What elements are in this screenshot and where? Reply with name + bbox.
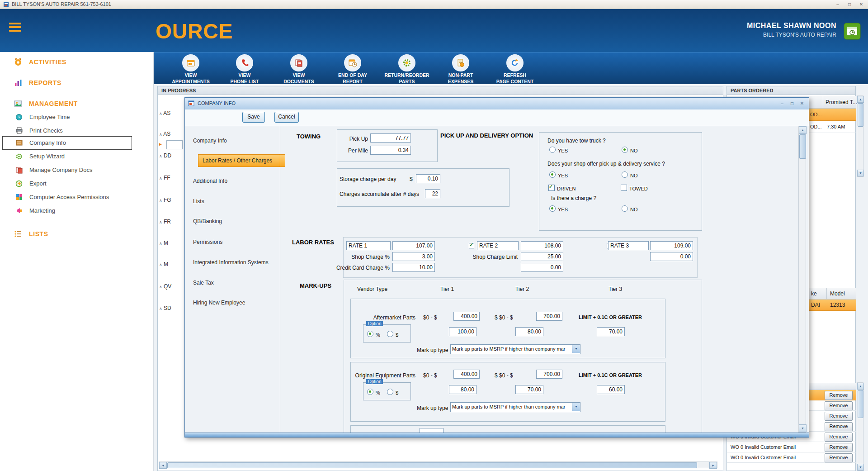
chevron-up-icon[interactable]: ∧ — [159, 306, 162, 311]
timeclock-icon[interactable] — [844, 23, 861, 41]
refresh-page-content-button[interactable]: REFRESH PAGE CONTENT — [487, 54, 542, 84]
remove-button[interactable]: Remove — [825, 391, 853, 400]
dialog-nav-company-info[interactable]: Company Info — [193, 138, 227, 144]
dialog-nav-additional-info[interactable]: Additional Info — [193, 178, 227, 184]
scroll-up-icon[interactable]: ▲ — [857, 96, 864, 103]
remove-button[interactable]: Remove — [825, 443, 853, 452]
end-of-day-report-button[interactable]: END OF DAY REPORT — [325, 54, 380, 84]
sidebar-item-setup-wizard[interactable]: Setup Wizard — [15, 152, 65, 162]
shop-charge-input[interactable] — [392, 252, 435, 261]
chevron-up-icon[interactable]: ∧ — [159, 198, 162, 203]
dialog-close-icon[interactable]: ✕ — [797, 100, 807, 107]
dialog-nav-sale-tax[interactable]: Sale Tax — [193, 280, 214, 286]
hamburger-menu-icon[interactable] — [9, 21, 21, 33]
remove-button[interactable]: Remove — [825, 453, 853, 462]
shop-charge-limit-input[interactable] — [521, 252, 563, 261]
email-list-scrollbar[interactable]: ▲ ▼ — [857, 382, 863, 471]
remove-button[interactable]: Remove — [825, 401, 853, 410]
window-maximize-icon[interactable]: □ — [844, 1, 855, 8]
dialog-horizontal-scrollbar[interactable] — [185, 433, 809, 437]
combo-arrow-icon[interactable]: ▼ — [572, 345, 580, 353]
dialog-nav-lists[interactable]: Lists — [193, 198, 204, 205]
chevron-up-icon[interactable]: ∧ — [159, 111, 162, 116]
view-phone-list-button[interactable]: VIEW PHONE LIST — [217, 54, 272, 84]
scroll-thumb[interactable] — [858, 103, 863, 127]
scroll-up-icon[interactable]: ▲ — [799, 126, 807, 134]
aftermarket-tier3-markup-input[interactable] — [597, 327, 625, 336]
next-group-input[interactable] — [420, 428, 443, 433]
sidebar-item-activities[interactable]: ACTIVITIES — [14, 57, 66, 68]
row-group-ff[interactable]: ∧ FF — [159, 175, 170, 181]
scroll-right-icon[interactable]: ► — [709, 462, 717, 469]
sidebar-item-print-checks[interactable]: Print Checks — [15, 127, 63, 136]
scroll-thumb[interactable] — [858, 390, 863, 418]
chevron-up-icon[interactable]: ∧ — [159, 154, 162, 158]
aftermarket-tier2-max-input[interactable] — [536, 312, 562, 321]
charge-yes-radio[interactable]: YES — [549, 205, 568, 212]
chevron-up-icon[interactable]: ∧ — [159, 132, 162, 137]
chevron-up-icon[interactable]: ∧ — [159, 285, 162, 289]
oem-tier1-max-input[interactable] — [453, 370, 480, 379]
tow-truck-no-radio[interactable]: NO — [622, 147, 638, 153]
row-group-qv[interactable]: ∧ QV — [159, 283, 171, 290]
dialog-nav-labor-rates[interactable]: Labor Rates / Other Charges — [198, 154, 285, 167]
sidebar-item-manage-company-docs[interactable]: Manage Company Docs — [15, 166, 92, 175]
dialog-nav-hiring-new-employee[interactable]: Hiring New Employee — [193, 300, 245, 306]
oem-tier1-markup-input[interactable] — [449, 385, 476, 394]
oem-dollar-radio[interactable]: $ — [387, 389, 398, 395]
pickup-service-no-radio[interactable]: NO — [622, 171, 638, 178]
oem-markup-type-select[interactable]: Mark up parts to MSRP if higher than com… — [450, 402, 580, 412]
sidebar-item-export[interactable]: Export — [15, 180, 47, 189]
dialog-scrollbar[interactable]: ▲ ▼ — [798, 126, 806, 433]
scroll-down-icon[interactable]: ▼ — [857, 464, 864, 471]
tow-truck-yes-radio[interactable]: YES — [549, 147, 568, 153]
rate2-value-input[interactable] — [521, 241, 563, 250]
rate3-extra-input[interactable] — [650, 252, 693, 261]
aftermarket-percent-radio[interactable]: % — [367, 331, 380, 338]
combo-arrow-icon[interactable]: ▼ — [572, 403, 580, 411]
rate2-checkbox[interactable]: ✓ — [469, 243, 474, 248]
chevron-up-icon[interactable]: ∧ — [159, 241, 162, 246]
parts-scrollbar[interactable]: ▲ ▼ — [857, 95, 863, 177]
charge-no-radio[interactable]: NO — [622, 205, 638, 212]
oem-tier2-markup-input[interactable] — [515, 385, 543, 394]
scroll-up-icon[interactable]: ▲ — [857, 383, 864, 390]
sidebar-item-lists[interactable]: LISTS — [14, 229, 48, 240]
dialog-nav-permissions[interactable]: Permissions — [193, 239, 222, 245]
rate1-value-input[interactable] — [392, 241, 435, 250]
driven-checkbox[interactable]: ✓DRIVEN — [548, 185, 576, 191]
accumulate-days-input[interactable] — [425, 189, 440, 198]
scroll-thumb[interactable] — [799, 134, 806, 159]
non-part-expenses-button[interactable]: NON-PART EXPENSES — [433, 54, 488, 84]
scroll-thumb[interactable] — [167, 462, 697, 468]
oem-tier2-max-input[interactable] — [536, 370, 562, 379]
email-row[interactable]: WO 0 Invalid Customer Email Remove — [727, 442, 856, 452]
sidebar-item-marketing[interactable]: Marketing — [15, 207, 55, 216]
rate1-name-input[interactable] — [346, 241, 391, 250]
dialog-maximize-icon[interactable]: □ — [787, 100, 797, 107]
sidebar-item-management[interactable]: MANAGEMENT — [14, 99, 78, 109]
credit-card-extra-input[interactable] — [521, 263, 563, 272]
aftermarket-tier1-max-input[interactable] — [453, 312, 480, 321]
row-group-fr[interactable]: ∧ FR — [159, 219, 171, 225]
dialog-titlebar[interactable]: COMPANY INFO – □ ✕ — [185, 98, 809, 110]
dialog-nav-integrated-information-systems[interactable]: Integrated Information Systems — [193, 259, 269, 266]
row-group-m2[interactable]: ∧ M — [159, 261, 168, 267]
row-group-as2[interactable]: ∧ AS — [159, 131, 170, 137]
promised-column-header[interactable]: Promised T... — [826, 99, 857, 105]
row-group-sd[interactable]: ∧ SD — [159, 305, 171, 311]
model-column-header[interactable]: Model — [830, 290, 845, 297]
per-mile-input[interactable] — [370, 146, 411, 155]
view-appointments-button[interactable]: VIEW APPOINTMENTS — [163, 54, 218, 84]
rate3-value-input[interactable] — [650, 241, 693, 250]
row-edit-cell[interactable] — [166, 140, 183, 149]
dialog-minimize-icon[interactable]: – — [777, 100, 787, 107]
towed-checkbox[interactable]: TOWED — [621, 185, 648, 191]
view-documents-button[interactable]: VIEW DOCUMENTS — [271, 54, 326, 84]
window-close-icon[interactable]: ✕ — [855, 1, 867, 8]
row-group-m1[interactable]: ∧ M — [159, 240, 168, 246]
sidebar-item-employee-time[interactable]: Employee Time — [15, 113, 70, 122]
chevron-up-icon[interactable]: ∧ — [159, 220, 162, 224]
aftermarket-markup-type-select[interactable]: Mark up parts to MSRP if higher than com… — [450, 344, 580, 354]
return-reorder-parts-button[interactable]: RETURN/REORDER PARTS — [379, 54, 434, 84]
